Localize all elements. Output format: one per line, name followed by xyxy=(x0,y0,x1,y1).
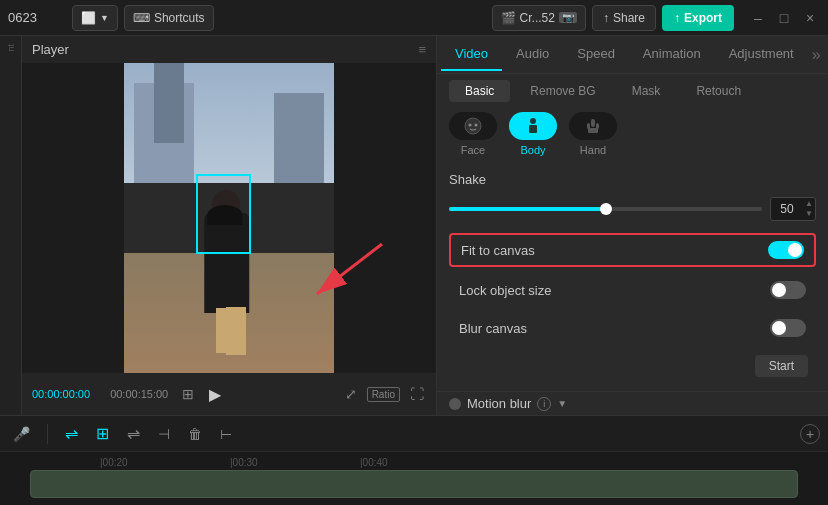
ruler-label-30: |00:30 xyxy=(230,457,258,468)
sidebar-strip-text: nt xyxy=(6,44,16,52)
right-panel: Video Audio Speed Animation Adjustment »… xyxy=(437,36,828,415)
blur-canvas-label: Blur canvas xyxy=(459,321,770,336)
tab-speed[interactable]: Speed xyxy=(563,38,629,71)
panel-header: Player ≡ xyxy=(22,36,436,63)
blur-canvas-toggle-thumb xyxy=(772,321,786,335)
maximize-button[interactable]: □ xyxy=(774,8,794,28)
close-button[interactable]: × xyxy=(800,8,820,28)
player-title: Player xyxy=(32,42,69,57)
hand-icon xyxy=(569,112,617,140)
tab-video[interactable]: Video xyxy=(441,38,502,71)
svg-point-3 xyxy=(469,124,472,127)
motion-blur-label: Motion blur xyxy=(467,396,531,411)
expand-icon[interactable]: ⛶ xyxy=(408,384,426,404)
svg-rect-10 xyxy=(588,128,598,133)
subtab-removebg[interactable]: Remove BG xyxy=(514,80,611,102)
tl-link2-tool[interactable]: ⇌ xyxy=(122,421,145,446)
lock-object-row: Lock object size xyxy=(449,275,816,305)
fit-to-canvas-label: Fit to canvas xyxy=(461,243,768,258)
start-btn-row: Start xyxy=(437,355,828,387)
lock-object-label: Lock object size xyxy=(459,283,770,298)
shake-value: 50 xyxy=(771,202,803,216)
timeline-tracks: |00:20 |00:30 |00:40 xyxy=(0,452,828,505)
tab-audio[interactable]: Audio xyxy=(502,38,563,71)
subtab-mask[interactable]: Mask xyxy=(616,80,677,102)
face-label: Face xyxy=(461,144,485,156)
motion-blur-info-icon[interactable]: i xyxy=(537,397,551,411)
cr-icon: 🎬 xyxy=(501,11,516,25)
tab-animation[interactable]: Animation xyxy=(629,38,715,71)
shake-slider-fill xyxy=(449,207,606,211)
grid-icon[interactable]: ⊞ xyxy=(182,386,194,402)
ruler-label-40: |00:40 xyxy=(360,457,388,468)
track-segment-main xyxy=(30,470,798,498)
export-button[interactable]: ↑ Export xyxy=(662,5,734,31)
time-total: 00:00:15:00 xyxy=(110,388,168,400)
tab-overflow-icon[interactable]: » xyxy=(812,46,821,64)
play-button[interactable]: ▶ xyxy=(202,381,228,407)
selection-box xyxy=(196,174,251,254)
fit-to-canvas-row: Fit to canvas xyxy=(449,233,816,267)
subtab-retouch[interactable]: Retouch xyxy=(680,80,757,102)
svg-rect-6 xyxy=(529,125,537,133)
cr-button[interactable]: 🎬 Cr...52 📷 xyxy=(492,5,586,31)
body-part-face[interactable]: Face xyxy=(449,112,497,156)
motion-blur-dropdown-icon[interactable]: ▼ xyxy=(557,398,567,409)
body-part-body[interactable]: Body xyxy=(509,112,557,156)
shake-down-arrow[interactable]: ▼ xyxy=(803,209,815,219)
tl-delete-tool[interactable]: 🗑 xyxy=(183,423,207,445)
motion-blur-dot xyxy=(449,398,461,410)
tl-mic-tool[interactable]: 🎤 xyxy=(8,423,35,445)
keyboard-icon: ⌨ xyxy=(133,11,150,25)
tl-split-tool[interactable]: ⊣ xyxy=(153,423,175,445)
tl-link-tool[interactable]: ⇌ xyxy=(60,421,83,446)
svg-point-5 xyxy=(530,118,536,124)
fit-to-canvas-toggle[interactable] xyxy=(768,241,804,259)
window-controls: – □ × xyxy=(748,8,820,28)
body-selector: Face Body Hand xyxy=(437,108,828,164)
shake-slider-thumb[interactable] xyxy=(600,203,612,215)
face-icon xyxy=(449,112,497,140)
hand-label: Hand xyxy=(580,144,606,156)
lock-object-toggle-thumb xyxy=(772,283,786,297)
left-sidebar-strip: nt xyxy=(0,36,22,415)
cr-badge: 📷 xyxy=(559,12,577,23)
body-part-hand[interactable]: Hand xyxy=(569,112,617,156)
settings-area: Shake 50 ▲ ▼ Fit to canvas xyxy=(437,164,828,355)
body-label: Body xyxy=(520,144,545,156)
start-button[interactable]: Start xyxy=(755,355,808,377)
subtab-basic[interactable]: Basic xyxy=(449,80,510,102)
subtab-bar: Basic Remove BG Mask Retouch xyxy=(437,74,828,108)
panel-menu-icon[interactable]: ≡ xyxy=(418,42,426,57)
blur-canvas-row: Blur canvas xyxy=(449,313,816,343)
video-preview xyxy=(124,63,334,373)
tl-clip-tool[interactable]: ⊞ xyxy=(91,421,114,446)
minimize-button[interactable]: – xyxy=(748,8,768,28)
blur-canvas-toggle[interactable] xyxy=(770,319,806,337)
main-area: nt Player ≡ xyxy=(0,36,828,415)
svg-rect-7 xyxy=(591,119,595,127)
shake-up-arrow[interactable]: ▲ xyxy=(803,199,815,209)
export-icon: ↑ xyxy=(674,11,680,25)
tab-adjustment[interactable]: Adjustment xyxy=(715,38,808,71)
fit-to-canvas-toggle-thumb xyxy=(788,243,802,257)
shake-value-box: 50 ▲ ▼ xyxy=(770,197,816,221)
shortcuts-button[interactable]: ⌨ Shortcuts xyxy=(124,5,214,31)
shake-slider-track[interactable] xyxy=(449,207,762,211)
tab-bar: Video Audio Speed Animation Adjustment » xyxy=(437,36,828,74)
ruler-label-20: |00:20 xyxy=(100,457,128,468)
shake-value-arrows[interactable]: ▲ ▼ xyxy=(803,199,815,218)
share-button[interactable]: ↑ Share xyxy=(592,5,656,31)
svg-point-2 xyxy=(465,118,481,134)
time-current: 00:00:00:00 xyxy=(32,388,90,400)
tl-trim-tool[interactable]: ⊢ xyxy=(215,423,237,445)
monitor-button[interactable]: ⬜ ▼ xyxy=(72,5,118,31)
shake-slider-row: 50 ▲ ▼ xyxy=(449,197,816,221)
fullscreen-icon[interactable]: ⤢ xyxy=(343,384,359,404)
ratio-badge[interactable]: Ratio xyxy=(367,387,400,402)
shake-row: Shake xyxy=(449,172,816,187)
timeline: 🎤 ⇌ ⊞ ⇌ ⊣ 🗑 ⊢ + |00:20 |00:30 |00:40 xyxy=(0,415,828,505)
topbar: 0623 ⬜ ▼ ⌨ Shortcuts 🎬 Cr...52 📷 ↑ Share… xyxy=(0,0,828,36)
tl-add-button[interactable]: + xyxy=(800,424,820,444)
lock-object-toggle[interactable] xyxy=(770,281,806,299)
